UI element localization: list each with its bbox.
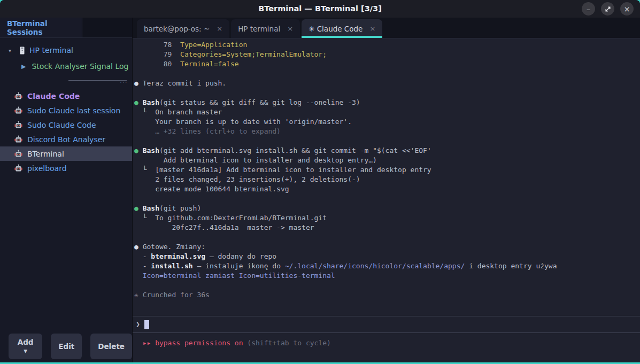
window-frame: BTerminal — BTerminal [3/3] – × BTermina…	[0, 0, 640, 364]
terminal-line: 79 Categories=System;TerminalEmulator;	[134, 50, 640, 59]
tree-item-hp-terminal[interactable]: ▾ HP terminal	[0, 42, 132, 58]
sidebar-buttons: Add ▾EditDelete	[9, 334, 132, 359]
session-label: Sudo Claude Code	[27, 121, 96, 129]
terminal-line: └ To github.com:DexterFromLab/BTerminal.…	[134, 213, 640, 223]
terminal-line	[134, 233, 640, 242]
tree-parent-label: HP terminal	[29, 46, 73, 55]
session-label: BTerminal	[27, 150, 64, 158]
text-cursor	[144, 320, 149, 329]
tab-close-icon[interactable]: ×	[217, 25, 222, 33]
terminal-line: Icon=bterminal zamiast Icon=utilities-te…	[134, 271, 640, 281]
session-tree: ▾ HP terminal ▶ Stock Analyser Signal Lo…	[0, 38, 132, 74]
terminal-line: └ On branch master	[134, 107, 640, 117]
cycle-hint: (shift+tab to cycle)	[243, 339, 331, 347]
tab-claude-code[interactable]: ✳ Claude Code×	[302, 19, 382, 38]
sidebar-item-discord-bot-analyser[interactable]: Discord Bot Analyser	[0, 132, 132, 146]
title-bar[interactable]: BTerminal — BTerminal [3/3] – ×	[0, 0, 640, 18]
tree-item-stock-analyser-signal-log[interactable]: ▶ Stock Analyser Signal Log	[0, 58, 132, 74]
terminal-line: Your branch is up to date with 'origin/m…	[134, 117, 640, 127]
session-label: Sudo Claude last session	[27, 106, 120, 115]
terminal-line	[134, 88, 640, 98]
terminal-line: 80 Terminal=false	[134, 59, 640, 69]
window-controls: – ×	[582, 2, 634, 16]
robot-icon	[14, 150, 22, 158]
terminal-line: ● Teraz commit i push.	[134, 79, 640, 88]
robot-icon	[14, 135, 22, 143]
tab-bar: bartek@pop-os: ~×HP terminal×✳ Claude Co…	[133, 18, 640, 38]
sidebar-header-label: BTerminal Sessions	[7, 19, 82, 36]
permissions-status: ▸▸ bypass permissions on (shift+tab to c…	[134, 338, 640, 348]
terminal-line: create mode 100644 bterminal.svg	[134, 184, 640, 194]
session-label: pixelboard	[27, 164, 67, 173]
delete-button[interactable]: Delete	[90, 334, 132, 359]
terminal-line	[134, 194, 640, 204]
terminal-line	[134, 69, 640, 79]
terminal-line: ● Bash(git status && git diff && git log…	[134, 98, 640, 107]
edit-button[interactable]: Edit	[51, 334, 82, 359]
terminal-line: - bterminal.svg — dodany do repo	[134, 252, 640, 261]
tree-child-label: Stock Analyser Signal Log	[32, 62, 128, 71]
tab-close-icon[interactable]: ×	[369, 25, 375, 33]
terminal-line: Add bterminal icon to installer and desk…	[134, 156, 640, 165]
tab-label: HP terminal	[238, 25, 280, 33]
robot-icon	[14, 92, 22, 100]
close-button[interactable]: ×	[620, 2, 634, 16]
terminal-line: - install.sh — instaluje ikonę do ~/.loc…	[134, 261, 640, 271]
content-area: bartek@pop-os: ~×HP terminal×✳ Claude Co…	[133, 18, 640, 362]
tab-label: ✳ Claude Code	[309, 25, 363, 33]
prompt-chevron-icon: ❯	[136, 320, 140, 329]
collapse-expander-icon[interactable]: ▾	[9, 48, 15, 53]
play-icon: ▶	[21, 63, 26, 70]
robot-icon	[14, 106, 22, 114]
sidebar-item-sudo-claude-last-session[interactable]: Sudo Claude last session	[0, 103, 132, 118]
minimize-button[interactable]: –	[582, 2, 595, 16]
terminal-line: 20fc27f..416da1a master -> master	[134, 223, 640, 233]
prompt-input[interactable]: ❯	[133, 316, 640, 333]
tab-close-icon[interactable]: ×	[287, 25, 293, 33]
sidebar-item-claude-code[interactable]: Claude Code	[0, 89, 132, 103]
bypass-mode-label: ▸▸ bypass permissions on	[134, 339, 243, 347]
robot-icon	[14, 164, 22, 172]
maximize-icon	[605, 6, 611, 12]
terminal-line: ✳ Crunched for 36s	[134, 290, 640, 300]
sidebar-item-pixelboard[interactable]: pixelboard	[0, 161, 132, 175]
session-label: Discord Bot Analyser	[27, 135, 105, 144]
session-list: Claude CodeSudo Claude last sessionSudo …	[0, 89, 132, 175]
terminal-line	[134, 136, 640, 146]
sidebar-item-sudo-claude-code[interactable]: Sudo Claude Code	[0, 118, 132, 132]
sessions-sidebar: BTerminal Sessions ▾ HP terminal ▶ Stock…	[0, 18, 133, 362]
terminal-line: ● Gotowe. Zmiany:	[134, 242, 640, 252]
divider-dots: ···	[0, 81, 128, 85]
tab-label: bartek@pop-os: ~	[144, 25, 210, 33]
bterminal-window: BTerminal — BTerminal [3/3] – × BTermina…	[0, 0, 640, 362]
sidebar-header-cell[interactable]: BTerminal Sessions	[0, 18, 82, 37]
sidebar-header: BTerminal Sessions	[0, 18, 132, 38]
close-icon: ×	[624, 5, 630, 13]
minimize-icon: –	[587, 5, 590, 13]
maximize-button[interactable]	[601, 2, 614, 16]
terminal-line	[134, 281, 640, 290]
tab-bartek-pop-os[interactable]: bartek@pop-os: ~×	[137, 19, 229, 38]
terminal-line: … +32 lines (ctrl+o to expand)	[134, 127, 640, 136]
terminal-line: └ [master 416da1a] Add bterminal icon to…	[134, 165, 640, 175]
terminal-line: 78 Type=Application	[134, 40, 640, 50]
window-title: BTerminal — BTerminal [3/3]	[0, 0, 640, 18]
add-button[interactable]: Add ▾	[9, 334, 42, 359]
terminal-lines: 78 Type=Application 79 Categories=System…	[134, 40, 640, 300]
main-area: BTerminal Sessions ▾ HP terminal ▶ Stock…	[0, 18, 640, 362]
terminal-line: ● Bash(git add bterminal.svg install.sh …	[134, 146, 640, 156]
terminal-output[interactable]: 78 Type=Application 79 Categories=System…	[133, 38, 640, 362]
sidebar-item-bterminal[interactable]: BTerminal	[0, 146, 132, 161]
session-label: Claude Code	[27, 92, 80, 100]
terminal-line: ● Bash(git push)	[134, 204, 640, 213]
tab-hp-terminal[interactable]: HP terminal×	[231, 19, 300, 38]
computer-icon	[19, 47, 25, 55]
terminal-line: 2 files changed, 23 insertions(+), 2 del…	[134, 175, 640, 184]
robot-icon	[14, 121, 22, 129]
